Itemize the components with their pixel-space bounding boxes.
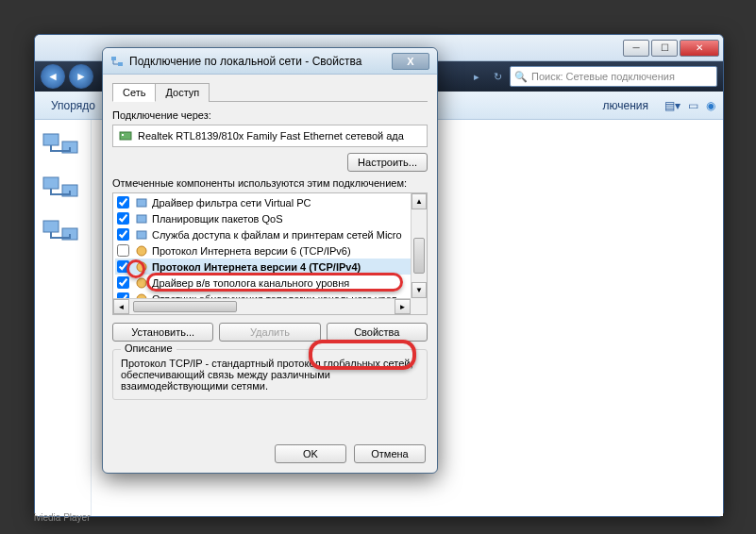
tab-strip: Сеть Доступ bbox=[112, 82, 428, 102]
svg-rect-0 bbox=[43, 134, 59, 145]
install-button[interactable]: Установить... bbox=[112, 323, 213, 342]
menu-item-partial[interactable]: лючения bbox=[595, 95, 658, 116]
component-label: Протокол Интернета версии 6 (TCP/IPv6) bbox=[152, 245, 351, 257]
protocol-icon bbox=[135, 276, 148, 290]
svg-rect-6 bbox=[111, 57, 116, 60]
organize-menu[interactable]: Упорядо bbox=[42, 95, 104, 116]
svg-point-15 bbox=[137, 278, 146, 288]
explorer-sidebar bbox=[35, 120, 92, 516]
breadcrumb-arrow-icon: ▸ bbox=[468, 71, 485, 83]
description-text: Протокол TCP/IP - стандартный протокол г… bbox=[121, 358, 419, 392]
properties-dialog: Подключение по локальной сети - Свойства… bbox=[102, 47, 438, 474]
scroll-thumb[interactable] bbox=[133, 301, 237, 312]
back-button[interactable]: ◄ bbox=[41, 64, 65, 89]
view-options-icon[interactable]: ▤▾ bbox=[664, 99, 680, 112]
network-icon bbox=[110, 55, 124, 68]
maximize-button[interactable]: ☐ bbox=[651, 40, 678, 57]
network-adapter-icon[interactable] bbox=[41, 212, 80, 248]
svg-rect-9 bbox=[122, 134, 124, 136]
description-group: Описание Протокол TCP/IP - стандартный п… bbox=[112, 349, 428, 400]
connect-via-label: Подключение через: bbox=[112, 109, 428, 121]
component-checkbox[interactable] bbox=[117, 196, 129, 209]
adapter-name: Realtek RTL8139/810x Family Fast Etherne… bbox=[138, 130, 404, 142]
preview-pane-icon[interactable]: ▭ bbox=[688, 99, 698, 112]
taskbar-fragment: iviedia Player bbox=[34, 512, 90, 523]
component-label: Протокол Интернета версии 4 (TCP/IPv4) bbox=[152, 261, 361, 273]
component-row[interactable]: Служба доступа к файлам и принтерам сете… bbox=[115, 226, 425, 242]
service-icon bbox=[135, 228, 148, 242]
scroll-right-icon[interactable]: ► bbox=[395, 299, 411, 314]
search-placeholder: Поиск: Сетевые подключения bbox=[531, 71, 675, 82]
components-label: Отмеченные компоненты используются этим … bbox=[112, 177, 428, 189]
component-checkbox[interactable] bbox=[117, 260, 129, 273]
component-row[interactable]: Драйвер в/в тополога канального уровня bbox=[115, 275, 425, 291]
description-legend: Описание bbox=[121, 342, 176, 354]
scroll-down-icon[interactable]: ▼ bbox=[412, 282, 427, 298]
svg-point-13 bbox=[137, 246, 146, 256]
component-checkbox[interactable] bbox=[117, 276, 129, 289]
protocol-icon bbox=[135, 244, 148, 258]
adapter-field: Realtek RTL8139/810x Family Fast Etherne… bbox=[112, 125, 428, 147]
svg-rect-8 bbox=[120, 132, 131, 140]
service-icon bbox=[135, 212, 148, 225]
service-icon bbox=[135, 196, 148, 209]
cancel-button[interactable]: Отмена bbox=[354, 444, 426, 463]
scroll-left-icon[interactable]: ◄ bbox=[113, 299, 129, 314]
svg-rect-10 bbox=[137, 199, 146, 207]
refresh-icon[interactable]: ↻ bbox=[489, 71, 506, 83]
svg-rect-4 bbox=[43, 221, 59, 232]
uninstall-button: Удалить bbox=[219, 323, 320, 342]
component-label: Служба доступа к файлам и принтерам сете… bbox=[152, 229, 402, 241]
tab-network[interactable]: Сеть bbox=[112, 83, 156, 102]
scroll-up-icon[interactable]: ▲ bbox=[412, 193, 427, 209]
network-adapter-icon[interactable] bbox=[41, 169, 80, 205]
component-label: Планировщик пакетов QoS bbox=[152, 213, 283, 225]
dialog-close-button[interactable]: X bbox=[392, 53, 429, 70]
forward-button[interactable]: ► bbox=[69, 64, 93, 89]
horizontal-scrollbar[interactable]: ◄ ► bbox=[113, 298, 411, 314]
component-checkbox[interactable] bbox=[117, 212, 129, 225]
component-label: Драйвер в/в тополога канального уровня bbox=[152, 277, 349, 289]
tab-access[interactable]: Доступ bbox=[155, 83, 210, 102]
component-checkbox[interactable] bbox=[117, 244, 129, 257]
close-button[interactable]: ✕ bbox=[680, 40, 719, 57]
component-row[interactable]: Протокол Интернета версии 4 (TCP/IPv4) bbox=[115, 259, 425, 275]
help-icon[interactable]: ◉ bbox=[706, 99, 715, 112]
protocol-icon bbox=[135, 260, 148, 274]
component-row[interactable]: Драйвер фильтра сети Virtual PC bbox=[115, 194, 425, 210]
components-list: Драйвер фильтра сети Virtual PC Планиров… bbox=[112, 192, 428, 315]
component-label: Драйвер фильтра сети Virtual PC bbox=[152, 197, 311, 209]
network-adapter-icon[interactable] bbox=[41, 125, 80, 161]
minimize-button[interactable]: ─ bbox=[623, 40, 649, 57]
svg-point-14 bbox=[137, 262, 146, 272]
nic-icon bbox=[119, 129, 132, 142]
dialog-title: Подключение по локальной сети - Свойства bbox=[129, 55, 361, 68]
component-row[interactable]: Планировщик пакетов QoS bbox=[115, 210, 425, 226]
dialog-titlebar: Подключение по локальной сети - Свойства… bbox=[103, 48, 437, 75]
svg-rect-12 bbox=[137, 231, 146, 239]
properties-button[interactable]: Свойства bbox=[327, 323, 428, 342]
configure-button[interactable]: Настроить... bbox=[347, 153, 428, 172]
svg-rect-7 bbox=[118, 62, 123, 66]
component-row[interactable]: Протокол Интернета версии 6 (TCP/IPv6) bbox=[115, 242, 425, 259]
ok-button[interactable]: OK bbox=[275, 444, 346, 463]
search-input[interactable]: 🔍 Поиск: Сетевые подключения bbox=[510, 66, 717, 87]
search-icon: 🔍 bbox=[514, 71, 528, 83]
svg-rect-11 bbox=[137, 215, 146, 223]
vertical-scrollbar[interactable]: ▲ ▼ bbox=[411, 193, 427, 298]
component-checkbox[interactable] bbox=[117, 228, 129, 241]
svg-rect-2 bbox=[43, 177, 59, 189]
scroll-thumb[interactable] bbox=[413, 238, 425, 274]
